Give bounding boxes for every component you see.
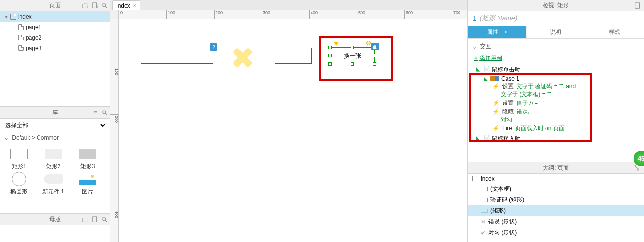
action-row[interactable]: ⚡ 设置 值于 A = "" [468, 99, 644, 107]
triangle-right-icon: ◣ [476, 135, 480, 141]
search-pages-icon[interactable] [101, 2, 108, 9]
canvas-object-rect-b[interactable] [275, 48, 312, 64]
shape-name-placeholder: (矩形 Name) [480, 14, 517, 23]
page-icon [18, 35, 24, 40]
resize-handle[interactable] [373, 62, 376, 66]
event-icon: 📄 [483, 135, 490, 141]
library-panel-header: 库 ≡ [0, 107, 110, 119]
svg-rect-8 [83, 218, 88, 222]
svg-rect-12 [635, 2, 640, 8]
search-library-icon[interactable] [101, 110, 108, 116]
left-sidebar: 页面 + + ▾ index page1 page2 [0, 0, 110, 242]
tab-notes[interactable]: 说明 [527, 26, 585, 38]
menu-icon[interactable]: ≡ [92, 110, 98, 116]
shape-index: 1 [472, 15, 476, 22]
close-tab-icon[interactable]: × [133, 3, 136, 8]
resize-handle[interactable] [351, 62, 354, 66]
ruler-vertical: 100 200 400 [110, 19, 119, 242]
search-masters-icon[interactable] [101, 216, 108, 223]
outline-root[interactable]: index [468, 174, 644, 183]
bolt-icon: ⚡ [492, 107, 499, 116]
case-row[interactable]: ◣ Case 1 [468, 75, 644, 82]
page-icon [472, 176, 478, 182]
event-row[interactable]: ◣ 📄 鼠标移入时 [468, 133, 644, 144]
inspector-header: 检视: 矩形 [468, 0, 644, 11]
selected-object-text: 换一张 [344, 52, 361, 60]
connection-point-icon[interactable] [366, 41, 371, 45]
widget-image[interactable]: 图片 [70, 172, 105, 196]
canvas-tab[interactable]: index × [112, 0, 140, 10]
rect-icon [481, 187, 488, 191]
chevron-down-icon: ⌄ [4, 134, 9, 141]
resize-handle[interactable] [328, 62, 332, 66]
svg-rect-9 [93, 216, 97, 222]
shape-name-field[interactable]: 1 (矩形 Name) [468, 11, 644, 26]
widget-grid: 矩形1 矩形2 矩形3 椭圆形 新元件 1 图片 [0, 143, 110, 200]
page-tree-item[interactable]: page2 [0, 32, 110, 43]
resize-handle[interactable] [328, 46, 332, 49]
masters-panel: 母版 [0, 213, 110, 242]
action-row[interactable]: ⚡ Fire 页面载入时 on 页面 [468, 124, 644, 132]
action-continuation: 对勾 [468, 116, 644, 124]
page-icon[interactable] [634, 2, 641, 9]
canvas-tabs: index × [110, 0, 467, 10]
widget-ellipse[interactable]: 椭圆形 [2, 172, 36, 196]
object-index-badge: 2 [210, 43, 217, 51]
tab-style[interactable]: 样式 [585, 26, 644, 38]
action-row[interactable]: ⚡ 隐藏 错误, [468, 107, 644, 116]
svg-point-4 [102, 3, 106, 6]
add-case-link[interactable]: +添加用例 [468, 52, 644, 64]
library-panel: 库 ≡ 选择全部 ⌄ Default > Common 矩形1 矩形2 矩形3 … [0, 107, 110, 213]
outline-item[interactable]: (文本框) [468, 183, 644, 194]
canvas-stage[interactable]: 2 换一张 1 [119, 19, 467, 242]
rect-icon [481, 209, 488, 213]
svg-point-10 [102, 217, 106, 220]
outline-item[interactable]: ✕ 错误 (形状) [468, 216, 644, 227]
outline-item[interactable]: (矩形) [468, 205, 644, 216]
masters-panel-header: 母版 [0, 214, 110, 225]
canvas-object-selected[interactable]: 换一张 1 [330, 48, 374, 64]
tab-properties[interactable]: 属性• [468, 26, 527, 38]
widget-rect1[interactable]: 矩形1 [2, 147, 36, 171]
interaction-indicator-icon [334, 42, 339, 46]
action-row[interactable]: ⚡ 设置 文字于 验证码 = "", and [468, 82, 644, 91]
canvas-viewport[interactable]: 0 100 200 300 400 500 600 700 100 200 40… [110, 10, 467, 242]
page-icon [10, 14, 16, 20]
canvas-object-x-shape[interactable] [232, 47, 254, 69]
bolt-icon: ⚡ [492, 82, 499, 91]
case-icon [490, 76, 499, 81]
add-page-icon[interactable]: + [92, 2, 98, 9]
rect-icon [481, 198, 488, 202]
library-group-header[interactable]: ⌄ Default > Common [0, 132, 110, 143]
page-tree-item[interactable]: page1 [0, 22, 110, 32]
dirty-indicator-icon: • [505, 30, 507, 35]
resize-handle[interactable] [373, 46, 376, 49]
plus-icon: + [474, 55, 478, 61]
page-tree-item[interactable]: page3 [0, 43, 110, 53]
svg-line-7 [105, 113, 107, 115]
event-row[interactable]: ◣ 📄 鼠标单击时 [468, 64, 644, 75]
widget-pill[interactable]: 新元件 1 [36, 172, 70, 196]
resize-handle[interactable] [351, 46, 354, 49]
property-tabs: 属性• 说明 样式 [468, 26, 644, 39]
interactions-list: ⌄ 交互 +添加用例 ◣ 📄 鼠标单击时 ◣ Case 1 ⚡ [468, 39, 644, 162]
add-folder-icon[interactable]: + [82, 2, 89, 9]
outline-item[interactable]: 验证码 (矩形) [468, 194, 644, 205]
pages-panel-header: 页面 + + [0, 0, 110, 11]
resize-handle[interactable] [373, 54, 376, 57]
add-folder-icon[interactable] [82, 216, 89, 223]
ruler-corner [110, 10, 119, 19]
outline-item[interactable]: ✔ 对勾 (形状) [468, 227, 644, 238]
page-icon [18, 24, 24, 30]
canvas-object-rect-a[interactable]: 2 [141, 48, 213, 64]
outline-list: index (文本框) 验证码 (矩形) (矩形) ✕ 错误 (形状) [468, 174, 644, 242]
caret-down-icon[interactable]: ▾ [4, 13, 9, 20]
resize-handle[interactable] [328, 54, 332, 57]
add-master-icon[interactable] [92, 216, 98, 223]
library-select[interactable]: 选择全部 [3, 121, 107, 130]
widget-rect3[interactable]: 矩形3 [70, 147, 105, 171]
widget-rect2[interactable]: 矩形2 [36, 147, 70, 171]
page-tree-root[interactable]: ▾ index [0, 11, 110, 22]
library-select-wrap: 选择全部 [0, 119, 110, 132]
interactions-section-header[interactable]: ⌄ 交互 [468, 40, 644, 52]
